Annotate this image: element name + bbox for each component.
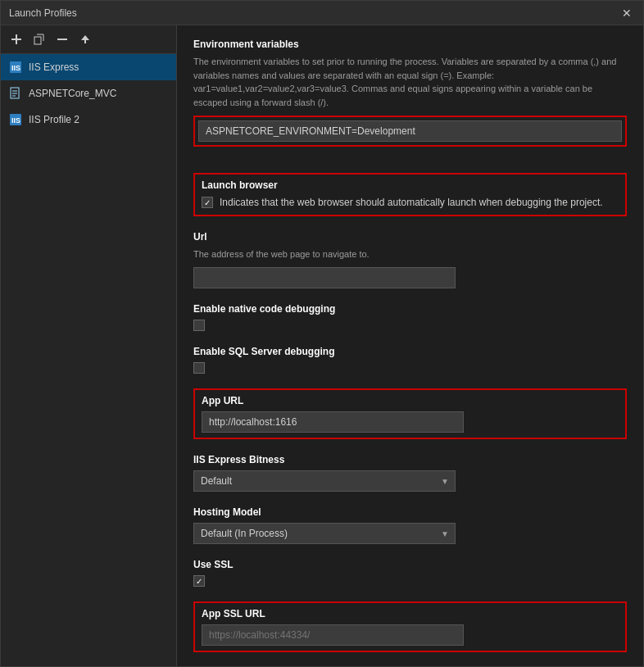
sql-debug-checkbox[interactable] — [193, 362, 205, 374]
toolbar-btn-4[interactable] — [76, 30, 94, 48]
svg-rect-2 — [34, 37, 41, 44]
sidebar-item-label-iis-express: IIS Express — [29, 61, 79, 73]
svg-marker-4 — [81, 35, 89, 40]
app-ssl-url-title: App SSL URL — [202, 608, 619, 619]
env-title: Environment variables — [193, 39, 627, 50]
dialog-title: Launch Profiles — [9, 7, 77, 19]
content-area: IIS IIS Express ASPNE — [1, 25, 643, 666]
svg-rect-5 — [84, 40, 86, 43]
iis-bitness-select[interactable]: Default x86 x64 — [193, 470, 456, 492]
toolbar-btn-1[interactable] — [7, 30, 25, 48]
url-section: Url The address of the web page to navig… — [193, 231, 627, 289]
env-desc: The environment variables to set prior t… — [193, 55, 627, 109]
svg-rect-1 — [11, 39, 21, 40]
iis-icon-1: IIS — [9, 61, 22, 74]
sidebar-toolbar — [1, 25, 176, 54]
sql-debug-section: Enable SQL Server debugging — [193, 346, 627, 374]
app-url-input[interactable] — [202, 411, 464, 433]
page-icon-1 — [9, 87, 22, 100]
hosting-model-select-container: Default (In Process) In Process Out Of P… — [193, 523, 456, 544]
main-panel: Environment variables The environment va… — [177, 25, 643, 666]
sidebar-item-label-iis-profile-2: IIS Profile 2 — [29, 114, 79, 125]
launch-browser-title: Launch browser — [202, 179, 619, 191]
hosting-model-section: Hosting Model Default (In Process) In Pr… — [193, 506, 627, 544]
sidebar-item-iis-express[interactable]: IIS IIS Express — [1, 54, 176, 80]
env-section: Environment variables The environment va… — [193, 39, 627, 158]
native-debug-checkbox[interactable] — [193, 320, 205, 331]
title-bar: Launch Profiles ✕ — [1, 1, 643, 25]
iis-icon-2: IIS — [9, 113, 22, 126]
app-ssl-url-input[interactable] — [202, 624, 464, 646]
url-input[interactable] — [193, 267, 456, 288]
url-title: Url — [193, 231, 627, 243]
iis-bitness-select-container: Default x86 x64 ▼ — [193, 470, 456, 492]
use-ssl-checkbox[interactable] — [193, 575, 205, 587]
svg-rect-3 — [57, 39, 67, 40]
sidebar-item-aspnetcore[interactable]: ASPNETCore_MVC — [1, 80, 176, 107]
sidebar-item-iis-profile-2[interactable]: IIS IIS Profile 2 — [1, 107, 176, 133]
app-url-section: App URL — [193, 388, 627, 439]
sidebar: IIS IIS Express ASPNE — [1, 25, 177, 666]
native-debug-section: Enable native code debugging — [193, 303, 627, 331]
launch-browser-checkbox[interactable] — [202, 197, 213, 208]
hosting-model-select[interactable]: Default (In Process) In Process Out Of P… — [193, 523, 456, 544]
sql-debug-title: Enable SQL Server debugging — [193, 346, 627, 357]
launch-browser-row: Indicates that the web browser should au… — [202, 196, 619, 210]
toolbar-btn-2[interactable] — [30, 30, 48, 48]
app-ssl-url-section: App SSL URL — [193, 601, 627, 652]
use-ssl-section: Use SSL — [193, 559, 627, 587]
close-button[interactable]: ✕ — [619, 5, 635, 21]
svg-text:IIS: IIS — [11, 116, 20, 125]
launch-profiles-dialog: Launch Profiles ✕ — [0, 0, 644, 667]
svg-text:IIS: IIS — [11, 64, 20, 72]
native-debug-title: Enable native code debugging — [193, 303, 627, 315]
env-input-box — [193, 116, 627, 147]
toolbar-btn-3[interactable] — [53, 30, 71, 48]
sidebar-list: IIS IIS Express ASPNE — [1, 54, 176, 666]
url-desc: The address of the web page to navigate … — [193, 247, 627, 261]
sidebar-item-label-aspnetcore: ASPNETCore_MVC — [29, 88, 116, 99]
use-ssl-title: Use SSL — [193, 559, 627, 570]
hosting-model-title: Hosting Model — [193, 506, 627, 518]
env-input[interactable] — [198, 120, 622, 142]
iis-bitness-title: IIS Express Bitness — [193, 454, 627, 465]
app-url-title: App URL — [202, 395, 619, 406]
launch-browser-label: Indicates that the web browser should au… — [220, 196, 603, 210]
launch-browser-section: Launch browser Indicates that the web br… — [193, 173, 627, 216]
iis-bitness-section: IIS Express Bitness Default x86 x64 ▼ — [193, 454, 627, 492]
